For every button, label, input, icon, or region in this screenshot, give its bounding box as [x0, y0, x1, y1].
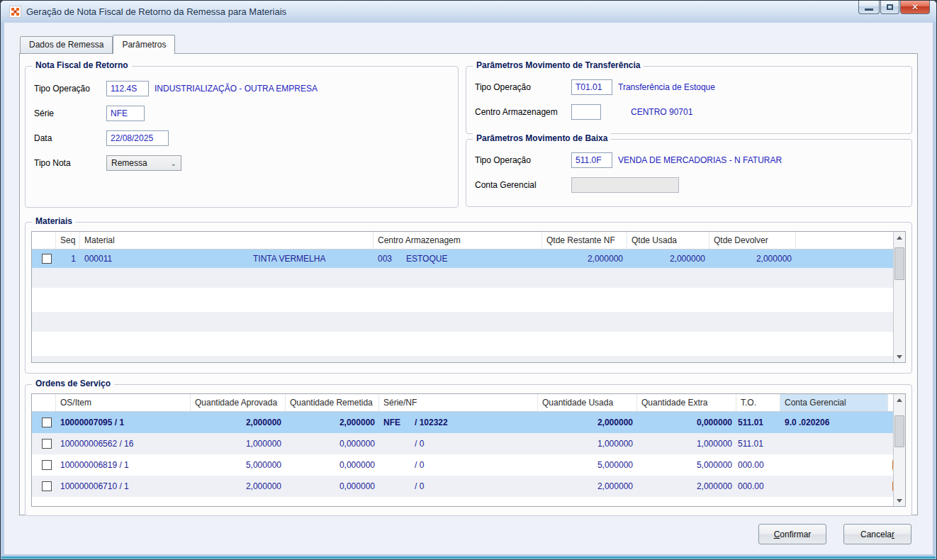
tipo-operacao-label: Tipo Operação [475, 82, 571, 92]
centro-armazenagem-input[interactable] [571, 104, 601, 120]
tab-strip: Dados de Remessa Parâmetros [20, 34, 933, 53]
ordens-vertical-scrollbar[interactable] [893, 394, 905, 506]
header-os-item[interactable]: OS/Item [56, 394, 191, 411]
cell-quantidade-aprovada: 5,000000 [191, 454, 286, 476]
materiais-grid-body: Seq Material Centro Armazenagem Qtde Res… [32, 232, 893, 362]
group-ordens-de-servico: Ordens de Serviço OS/Item Quantidade Apr… [25, 384, 912, 516]
restore-button[interactable] [880, 1, 899, 14]
empty-rows-area [32, 268, 893, 362]
confirmar-label: onfirmar [780, 530, 811, 539]
cell-nf: / 0 [410, 476, 538, 497]
header-qtde-usada[interactable]: Qtde Usada [627, 232, 709, 249]
cell-nf: / 0 [410, 433, 538, 454]
scroll-up-arrow[interactable] [894, 232, 905, 243]
cell-rss [888, 433, 893, 454]
tipo-operacao-baixa-input[interactable]: 511.0F [571, 152, 612, 168]
ordem-servico-row[interactable]: 100000006562 / 16 1,000000 0,000000 / 0 … [32, 433, 893, 454]
minimize-button[interactable] [858, 1, 880, 14]
materiais-grid-header: Seq Material Centro Armazenagem Qtde Res… [32, 232, 893, 250]
close-button[interactable]: ✕ [900, 1, 930, 14]
header-conta-gerencial[interactable]: Conta Gerencial [780, 394, 888, 411]
conta-gerencial-label: Conta Gerencial [475, 180, 571, 190]
cell-quantidade-remetida: 0,000000 [286, 433, 379, 454]
cancelar-label: Cancela [860, 530, 892, 539]
material-row[interactable]: 1 000011 TINTA VERMELHA 003 ESTOQUE 2,00… [32, 250, 893, 268]
scrollbar-thumb[interactable] [894, 415, 904, 447]
cell-os-item: 100000006710 / 1 [56, 476, 191, 497]
parameters-row: Nota Fiscal de Retorno Tipo Operação 112… [25, 66, 912, 208]
conta-gerencial-input [571, 177, 679, 193]
row-checkbox[interactable] [42, 418, 52, 427]
row-checkbox[interactable] [42, 460, 52, 470]
cell-conta-gerencial [780, 433, 888, 454]
cell-conta-gerencial [780, 476, 888, 497]
header-qtde-devolver[interactable]: Qtde Devolver [709, 232, 796, 249]
app-icon [9, 6, 21, 18]
row-checkbox[interactable] [42, 439, 52, 449]
cell-centro-nome: ESTOQUE [402, 250, 542, 268]
tipo-nota-select[interactable]: Remessa ⌄ [106, 155, 181, 171]
header-serie-nf[interactable]: Série/NF [379, 394, 538, 411]
title-bar[interactable]: Geração de Nota Fiscal de Retorno da Rem… [1, 1, 936, 23]
ordens-grid: OS/Item Quantidade Aprovada Quantidade R… [31, 393, 906, 507]
ordens-rows: 10000007095 / 1 2,000000 2,000000 NFE / … [32, 412, 893, 497]
header-quantidade-usada[interactable]: Quantidade Usada [538, 394, 637, 411]
header-qtde-restante-nf[interactable]: Qtde Restante NF [542, 232, 627, 249]
confirmar-label-underline: C [774, 530, 780, 539]
scroll-down-arrow[interactable] [894, 495, 905, 506]
centro-armazenagem-desc: CENTRO 90701 [631, 107, 692, 117]
row-checkbox[interactable] [42, 481, 52, 491]
tipo-operacao-input[interactable]: 112.4S [106, 81, 149, 96]
window-title: Geração de Nota Fiscal de Retorno da Rem… [26, 6, 286, 17]
cell-to: 000.00 [736, 476, 780, 497]
group-movimento-baixa: Parâmetros Movimento de Baixa Tipo Opera… [466, 139, 912, 207]
field-tipo-operacao-baixa: Tipo Operação 511.0F VENDA DE MERCADORIA… [475, 152, 903, 168]
cell-quantidade-remetida: 2,000000 [286, 412, 379, 433]
materiais-vertical-scrollbar[interactable] [893, 232, 905, 362]
cell-qtde-devolver: 2,000000 [709, 250, 796, 268]
restore-icon [887, 4, 893, 10]
tab-dados-de-remessa[interactable]: Dados de Remessa [20, 36, 113, 53]
header-quantidade-extra[interactable]: Quantidade Extra [637, 394, 736, 411]
ordem-servico-row[interactable]: 100000006710 / 1 2,000000 0,000000 / 0 2… [32, 476, 893, 497]
ordens-grid-body: OS/Item Quantidade Aprovada Quantidade R… [32, 394, 893, 506]
cell-quantidade-extra: 2,000000 [637, 476, 736, 497]
header-quantidade-remetida[interactable]: Quantidade Remetida [286, 394, 379, 411]
row-checkbox[interactable] [42, 254, 52, 264]
tab-parametros[interactable]: Parâmetros [113, 35, 175, 54]
right-parameter-column: Parâmetros Movimento de Transferência Ti… [466, 66, 912, 208]
field-data: Data 22/08/2025 [34, 130, 449, 146]
cancelar-button[interactable]: Cancelar [843, 524, 911, 544]
cell-quantidade-extra: 1,000000 [637, 433, 736, 454]
scrollbar-thumb[interactable] [894, 247, 904, 280]
cell-quantidade-aprovada: 1,000000 [191, 433, 286, 454]
cell-quantidade-extra: 0,000000 [637, 412, 736, 433]
ordem-servico-row[interactable]: 10000007095 / 1 2,000000 2,000000 NFE / … [32, 412, 893, 433]
confirmar-button[interactable]: Confirmar [758, 524, 826, 544]
header-material[interactable]: Material [80, 232, 374, 249]
group-nota-fiscal-de-retorno: Nota Fiscal de Retorno Tipo Operação 112… [25, 66, 459, 208]
group-title: Parâmetros Movimento de Baixa [473, 133, 611, 143]
header-seq[interactable]: Seq [56, 232, 80, 249]
scroll-up-arrow[interactable] [894, 394, 905, 405]
cell-serie [379, 454, 410, 476]
cell-to: 511.01 [736, 433, 780, 454]
cell-nf: / 102322 [410, 412, 538, 433]
centro-armazenagem-label: Centro Armazenagem [475, 107, 571, 117]
cell-to: 000.00 [736, 454, 780, 476]
cell-qtde-usada: 2,000000 [627, 250, 709, 268]
data-input[interactable]: 22/08/2025 [106, 130, 169, 146]
header-to[interactable]: T.O. [736, 394, 780, 411]
chevron-down-icon: ⌄ [171, 159, 176, 167]
group-title: Materiais [32, 216, 76, 226]
ordem-servico-row[interactable]: 100000006819 / 1 5,000000 0,000000 / 0 5… [32, 454, 893, 476]
header-centro-armazenagem[interactable]: Centro Armazenagem [374, 232, 542, 249]
scroll-down-arrow[interactable] [894, 351, 905, 362]
header-quantidade-aprovada[interactable]: Quantidade Aprovada [191, 394, 286, 411]
tipo-operacao-transferencia-input[interactable]: T01.01 [571, 79, 612, 95]
ordens-grid-header: OS/Item Quantidade Aprovada Quantidade R… [32, 394, 893, 412]
cell-to: 511.01 [736, 412, 780, 433]
field-tipo-operacao: Tipo Operação 112.4S INDUSTRIALIZAÇÃO - … [34, 81, 449, 96]
tipo-nota-selected-value: Remessa [111, 158, 147, 168]
serie-input[interactable]: NFE [106, 106, 145, 121]
